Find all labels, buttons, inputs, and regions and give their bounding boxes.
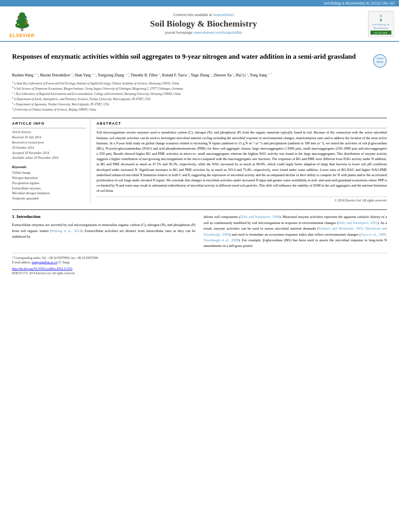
svg-text:Mark: Mark <box>376 60 383 64</box>
journal-title-block: Contents lists available at ScienceDirec… <box>44 13 363 35</box>
citation-text: Soil Biology & Biochemistry 81 (2015) 15… <box>323 1 395 5</box>
svg-point-6 <box>25 23 26 25</box>
affiliation-f: f f University of Chinese Academy of Sci… <box>12 107 387 112</box>
keyword-1: Global change <box>12 170 86 176</box>
corresponding-author: * Corresponding author. Tel.: +86 24 839… <box>12 256 387 260</box>
main-content: Responses of enzymatic activities within… <box>0 42 399 279</box>
cite-waring: Waring et al., 2014 <box>51 229 81 233</box>
svg-text:ELSEVIER: ELSEVIER <box>374 31 387 35</box>
body-columns: 1. Introduction Extracellular enzymes ar… <box>12 214 387 249</box>
cite-ajwa: Ajwa et al., 1999; Sinsabaugh et al., 20… <box>204 232 387 242</box>
accepted-date: Accepted 18 November 2014 <box>12 151 86 156</box>
article-info-label: ARTICLE INFO <box>12 121 86 125</box>
elsevier-logo: ELSEVIER <box>4 10 40 38</box>
keyword-3: Precipitation regimes <box>12 181 86 186</box>
abstract-column: ABSTRACT Soil microorganisms secrete enz… <box>97 118 387 202</box>
svg-text:Cross: Cross <box>376 57 383 60</box>
body-right-col: abiotic soil components (Dilly and Nanni… <box>204 214 387 249</box>
article-history: Article history: Received 18 July 2014 R… <box>12 130 86 161</box>
revised-label: Received in revised form <box>12 140 86 146</box>
svg-point-5 <box>18 24 19 25</box>
journal-homepage: journal homepage: www.elsevier.com/locat… <box>44 31 363 35</box>
intro-heading: 1. Introduction <box>12 214 195 219</box>
received-date: Received 18 July 2014 <box>12 135 86 140</box>
body-left-col: 1. Introduction Extracellular enzymes ar… <box>12 214 195 249</box>
issn-line: 0038-0717/© 2014 Elsevier Ltd. All right… <box>12 271 387 275</box>
journal-header: ELSEVIER Contents lists available at Sci… <box>0 6 399 42</box>
article-title: Responses of enzymatic activities within… <box>12 52 367 62</box>
keyword-5: Microbial nitrogen limitation <box>12 191 86 196</box>
journal-logo-right: S B Soil Biology & Biochemistry ELSEVIER <box>367 10 395 38</box>
copyright-line: © 2014 Elsevier Ltd. All rights reserved… <box>97 197 387 202</box>
intro-para2: abiotic soil components (Dilly and Nanni… <box>204 214 387 249</box>
article-info-column: ARTICLE INFO Article history: Received 1… <box>12 118 90 202</box>
keywords-label: Keywords: <box>12 165 86 169</box>
intro-para1: Extracellular enzymes are secreted by so… <box>12 222 195 239</box>
journal-logo-box: S B Soil Biology & Biochemistry ELSEVIER <box>368 11 394 37</box>
svg-point-10 <box>25 17 26 19</box>
keywords-section: Keywords: Global change Nitrogen deposit… <box>12 165 86 201</box>
affiliations: a a State Key Laboratory of Forest and S… <box>12 80 387 112</box>
cite-dilly2001: Dilly and Nannipieri, 2001 <box>338 221 378 225</box>
footnotes-section: * Corresponding author. Tel.: +86 24 839… <box>12 253 387 275</box>
svg-text:B: B <box>380 18 382 22</box>
cite-schimel: Schimel and Weintraub, 2003; Moorhead an… <box>204 226 387 236</box>
svg-point-4 <box>19 12 25 16</box>
svg-text:Soil Biology &: Soil Biology & <box>372 23 390 26</box>
abstract-text: Soil microorganisms secrete enzymes used… <box>97 130 387 193</box>
affiliation-b: b b Soil Science of Temperate Ecosystems… <box>12 86 387 91</box>
svg-point-7 <box>16 20 18 21</box>
abstract-label: ABSTRACT <box>97 121 387 125</box>
body-section: 1. Introduction Extracellular enzymes ar… <box>12 210 387 249</box>
crossmark-icon[interactable]: Cross Mark <box>373 54 387 68</box>
email-link[interactable]: jiangyong@iae.ac.cn <box>32 261 57 264</box>
affiliation-c: c c Key Laboratory of Regional Environme… <box>12 91 387 96</box>
elsevier-wordmark: ELSEVIER <box>10 33 35 38</box>
svg-text:Biochemistry: Biochemistry <box>373 27 389 30</box>
journal-name: Soil Biology & Biochemistry <box>44 18 363 29</box>
cite-dilly1998: Dilly and Nannipieri, 1998 <box>240 215 279 219</box>
citation-bar: Soil Biology & Biochemistry 81 (2015) 15… <box>0 0 399 6</box>
article-info-abstract-section: ARTICLE INFO Article history: Received 1… <box>12 118 387 202</box>
svg-point-9 <box>19 17 20 18</box>
email-footnote: E-mail address: jiangyong@iae.ac.cn (Y. … <box>12 260 387 265</box>
keyword-6: Temperate grassland <box>12 196 86 201</box>
affiliation-d: d d Department of Earth, Atmospheric, an… <box>12 96 387 101</box>
homepage-link[interactable]: www.elsevier.com/locate/soilbio <box>194 31 242 35</box>
contents-available: Contents lists available at ScienceDirec… <box>44 13 363 17</box>
svg-point-8 <box>26 21 27 22</box>
sciencedirect-link[interactable]: ScienceDirect <box>213 13 234 17</box>
keyword-2: Nitrogen deposition <box>12 176 86 181</box>
online-date: Available online 29 November 2014 <box>12 156 86 161</box>
history-label: Article history: <box>12 130 86 135</box>
elsevier-tree-icon <box>10 10 34 32</box>
doi-link[interactable]: http://dx.doi.org/10.1016/j.soilbio.2014… <box>12 267 387 271</box>
svg-text:S: S <box>380 14 382 18</box>
affiliation-e: e e Department of Agronomy, Purdue Unive… <box>12 101 387 107</box>
keyword-4: Extracellular enzymes <box>12 186 86 191</box>
authors-line: Ruzhen Wang a, f, Maxim Dorodnikov b, Sh… <box>12 72 387 78</box>
revised-date: 29 October 2014 <box>12 146 86 151</box>
affiliation-a: a a State Key Laboratory of Forest and S… <box>12 80 387 86</box>
article-title-section: Responses of enzymatic activities within… <box>12 52 387 68</box>
